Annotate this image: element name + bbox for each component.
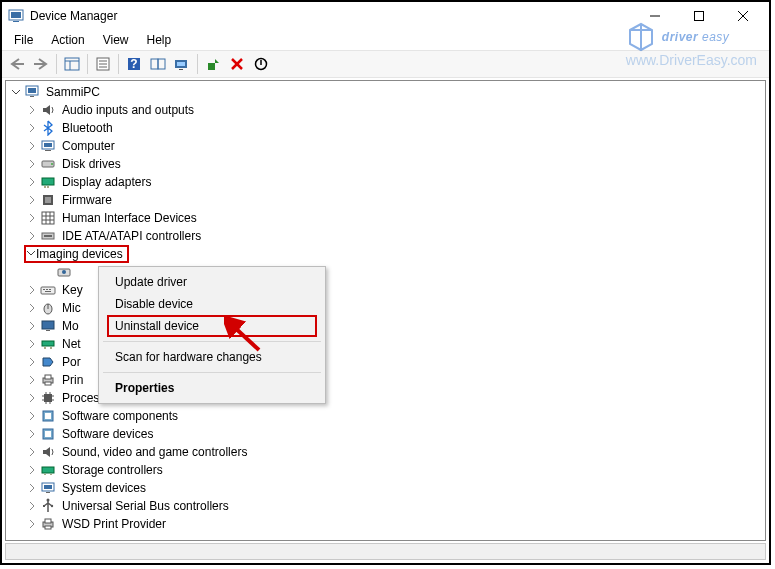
tree-node-imaging[interactable]: Imaging devices [8, 245, 765, 263]
properties-button[interactable] [92, 53, 114, 75]
tree-node-ide[interactable]: IDE ATA/ATAPI controllers [8, 227, 765, 245]
svg-rect-87 [43, 505, 45, 507]
tree-label: Key [60, 283, 85, 297]
chevron-right-icon[interactable] [24, 336, 40, 352]
tree-node-sound[interactable]: Sound, video and game controllers [8, 443, 765, 461]
svg-rect-55 [49, 289, 51, 290]
tree-label: Disk drives [60, 157, 123, 171]
sound-icon [40, 444, 56, 460]
chevron-right-icon[interactable] [24, 300, 40, 316]
chevron-right-icon[interactable] [24, 354, 40, 370]
chevron-right-icon[interactable] [24, 498, 40, 514]
chevron-right-icon[interactable] [24, 156, 40, 172]
tree-node-audio[interactable]: Audio inputs and outputs [8, 101, 765, 119]
chevron-right-icon[interactable] [24, 138, 40, 154]
svg-rect-21 [177, 62, 185, 66]
tree-label: Bluetooth [60, 121, 115, 135]
menu-view[interactable]: View [95, 31, 137, 49]
chevron-down-icon[interactable] [8, 84, 24, 100]
scan-hardware-button[interactable] [171, 53, 193, 75]
tree-node-usb[interactable]: Universal Serial Bus controllers [8, 497, 765, 515]
tree-label: Net [60, 337, 83, 351]
tree-label: WSD Print Provider [60, 517, 168, 531]
chevron-right-icon[interactable] [24, 516, 40, 532]
forward-button[interactable] [30, 53, 52, 75]
context-menu-label: Scan for hardware changes [115, 350, 262, 364]
tree-node-bluetooth[interactable]: Bluetooth [8, 119, 765, 137]
context-menu-properties[interactable]: Properties [101, 377, 323, 399]
chevron-right-icon[interactable] [24, 462, 40, 478]
printer-icon [40, 372, 56, 388]
tree-node-hid[interactable]: Human Interface Devices [8, 209, 765, 227]
tree-root[interactable]: SammiPC [8, 83, 765, 101]
tree-node-wsd[interactable]: WSD Print Provider [8, 515, 765, 533]
keyboard-icon [40, 282, 56, 298]
titlebar: Device Manager [2, 2, 769, 30]
svg-rect-36 [44, 186, 46, 188]
tree-node-disk[interactable]: Disk drives [8, 155, 765, 173]
tree-label: Display adapters [60, 175, 153, 189]
context-menu-update-driver[interactable]: Update driver [101, 271, 323, 293]
show-hide-tree-button[interactable] [61, 53, 83, 75]
tree-node-swdev[interactable]: Software devices [8, 425, 765, 443]
menu-help[interactable]: Help [139, 31, 180, 49]
chevron-right-icon[interactable] [24, 282, 40, 298]
device-tree-panel: SammiPC Audio inputs and outputs Bluetoo… [5, 80, 766, 541]
tree-node-swcomp[interactable]: Software components [8, 407, 765, 425]
context-menu-scan-hardware[interactable]: Scan for hardware changes [101, 346, 323, 368]
software-device-icon [40, 426, 56, 442]
monitor-icon [40, 318, 56, 334]
svg-point-34 [51, 163, 53, 165]
maximize-button[interactable] [677, 2, 721, 30]
chevron-right-icon[interactable] [24, 102, 40, 118]
mouse-icon [40, 300, 56, 316]
svg-rect-28 [28, 88, 36, 93]
menu-file[interactable]: File [6, 31, 41, 49]
svg-rect-91 [45, 526, 51, 529]
context-menu-label: Update driver [115, 275, 187, 289]
storage-icon [40, 462, 56, 478]
chevron-right-icon[interactable] [24, 228, 40, 244]
chevron-right-icon[interactable] [24, 408, 40, 424]
tree-label: Prin [60, 373, 85, 387]
tree-node-display[interactable]: Display adapters [8, 173, 765, 191]
tree-node-storage[interactable]: Storage controllers [8, 461, 765, 479]
tree-node-computer[interactable]: Computer [8, 137, 765, 155]
chevron-right-icon[interactable] [24, 318, 40, 334]
svg-point-51 [62, 270, 66, 274]
chevron-down-icon[interactable] [26, 247, 36, 261]
chevron-right-icon[interactable] [24, 480, 40, 496]
chevron-right-icon[interactable] [24, 174, 40, 190]
tree-label: Mo [60, 319, 81, 333]
svg-rect-1 [11, 12, 21, 18]
minimize-button[interactable] [633, 2, 677, 30]
tree-node-firmware[interactable]: Firmware [8, 191, 765, 209]
context-menu-uninstall-device[interactable]: Uninstall device [107, 315, 317, 337]
menu-action[interactable]: Action [43, 31, 92, 49]
chevron-right-icon[interactable] [24, 372, 40, 388]
svg-rect-35 [42, 178, 54, 185]
disable-button[interactable] [250, 53, 272, 75]
svg-rect-18 [151, 59, 158, 69]
tree-label: IDE ATA/ATAPI controllers [60, 229, 203, 243]
update-driver-button[interactable] [202, 53, 224, 75]
chevron-right-icon[interactable] [24, 444, 40, 460]
computer-icon [24, 84, 40, 100]
back-button[interactable] [6, 53, 28, 75]
chevron-right-icon[interactable] [24, 192, 40, 208]
uninstall-button[interactable] [226, 53, 248, 75]
chevron-right-icon[interactable] [24, 210, 40, 226]
context-menu-disable-device[interactable]: Disable device [101, 293, 323, 315]
window-title: Device Manager [30, 9, 633, 23]
help-button[interactable]: ? [123, 53, 145, 75]
chevron-right-icon[interactable] [24, 120, 40, 136]
close-button[interactable] [721, 2, 765, 30]
chevron-right-icon[interactable] [24, 426, 40, 442]
svg-rect-85 [46, 492, 50, 493]
display-adapter-icon [40, 174, 56, 190]
svg-rect-77 [45, 413, 51, 419]
action-center-button[interactable] [147, 53, 169, 75]
chevron-right-icon[interactable] [24, 390, 40, 406]
tree-node-system[interactable]: System devices [8, 479, 765, 497]
svg-rect-32 [45, 150, 51, 151]
